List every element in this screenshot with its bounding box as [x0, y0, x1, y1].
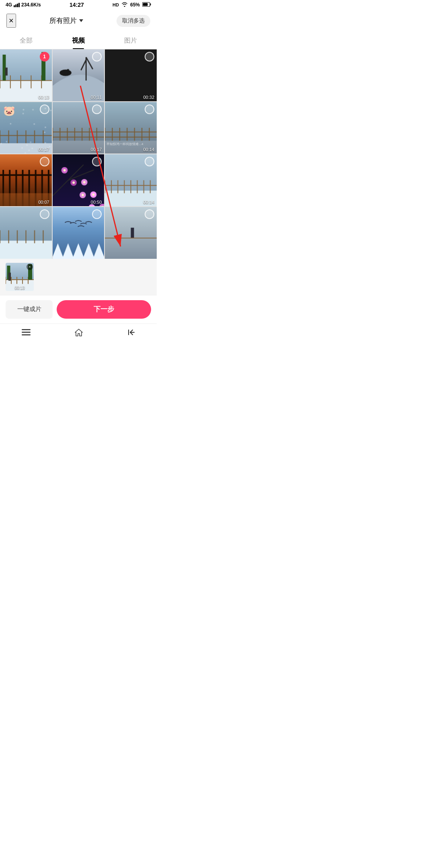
close-button[interactable]: ×	[6, 14, 16, 28]
svg-rect-6	[22, 332, 31, 333]
network-speed: 234.6K/s	[21, 2, 41, 8]
video-grid-wrapper: 1 00:13 00:11 00:32 🐷 00:17 00:17	[0, 49, 157, 259]
svg-rect-2	[143, 3, 147, 6]
hd-indicator: HD	[113, 2, 119, 7]
video-item-8[interactable]: 00:50	[53, 154, 104, 206]
signal-bars	[14, 3, 20, 7]
time: 14:27	[70, 2, 84, 8]
cancel-multiselect-button[interactable]: 取消多选	[117, 15, 150, 27]
action-bar: 一键成片 下一步	[0, 295, 157, 323]
select-indicator-3[interactable]	[145, 52, 154, 61]
pig-emoji: 🐷	[3, 105, 15, 117]
video-item-2[interactable]: 00:11	[53, 49, 104, 101]
next-step-button[interactable]: 下一步	[57, 300, 151, 319]
duration-2: 00:11	[91, 95, 102, 100]
duration-4: 00:17	[38, 147, 49, 152]
duration-3: 00:32	[143, 95, 154, 100]
nav-menu[interactable]	[22, 329, 31, 336]
select-indicator-10[interactable]	[40, 209, 49, 219]
nav-back[interactable]	[127, 328, 135, 336]
header-title[interactable]: 所有照片	[49, 16, 83, 25]
select-indicator-4[interactable]	[40, 104, 49, 114]
select-indicator-1[interactable]: 1	[40, 52, 49, 61]
video-item-9[interactable]: 00:14	[105, 154, 157, 206]
battery: 65%	[130, 2, 140, 8]
nav-bar	[0, 323, 157, 342]
video-item-5[interactable]: 00:17	[53, 102, 104, 154]
battery-icon	[142, 2, 151, 8]
nav-home[interactable]	[74, 328, 83, 337]
duration-7: 00:07	[38, 200, 49, 205]
duration-8: 00:50	[91, 200, 102, 205]
watermark-6: 早知惊鸿一杯何故情难...4	[106, 142, 143, 146]
tab-all[interactable]: 全部	[0, 32, 52, 49]
duration-5: 00:17	[91, 147, 102, 152]
preview-item-1[interactable]: × 00:13	[6, 263, 34, 291]
preview-duration-1: 00:13	[14, 286, 25, 290]
tab-photo[interactable]: 图片	[104, 32, 157, 49]
video-item-10[interactable]	[0, 207, 52, 259]
select-indicator-5[interactable]	[92, 104, 102, 114]
menu-icon	[22, 329, 31, 336]
home-icon	[74, 328, 83, 337]
video-item-1[interactable]: 1 00:13	[0, 49, 52, 101]
svg-rect-1	[150, 3, 151, 5]
video-item-11[interactable]	[53, 207, 104, 259]
svg-rect-7	[22, 334, 31, 336]
selected-preview-bar: × 00:13	[0, 259, 157, 295]
back-icon	[127, 328, 135, 336]
header: × 所有照片 取消多选	[0, 10, 157, 32]
chevron-down-icon	[79, 19, 83, 22]
video-item-6[interactable]: 早知惊鸿一杯何故情难...4 00:14	[105, 102, 157, 154]
svg-rect-5	[22, 329, 31, 330]
album-title: 所有照片	[49, 16, 77, 25]
tabs: 全部 视频 图片	[0, 32, 157, 49]
video-grid: 1 00:13 00:11 00:32 🐷 00:17 00:17	[0, 49, 157, 259]
video-item-3[interactable]: 00:32	[105, 49, 157, 101]
video-item-7[interactable]: 00:07	[0, 154, 52, 206]
duration-1: 00:13	[38, 95, 49, 100]
wifi-icon	[121, 2, 128, 8]
select-indicator-6[interactable]	[145, 104, 154, 114]
auto-create-button[interactable]: 一键成片	[6, 300, 53, 319]
remove-preview-button-1[interactable]: ×	[27, 264, 33, 270]
video-item-12[interactable]	[105, 207, 157, 259]
status-right: HD 65%	[113, 2, 151, 8]
tab-video[interactable]: 视频	[52, 32, 104, 49]
select-indicator-12[interactable]	[145, 209, 154, 219]
duration-6: 00:14	[143, 147, 154, 152]
network-type: 4G	[6, 2, 12, 8]
duration-9: 00:14	[143, 200, 154, 205]
status-left: 4G 234.6K/s	[6, 2, 41, 8]
video-item-4[interactable]: 🐷 00:17	[0, 102, 52, 154]
select-indicator-7[interactable]	[40, 157, 49, 166]
status-bar: 4G 234.6K/s 14:27 HD 65%	[0, 0, 157, 10]
